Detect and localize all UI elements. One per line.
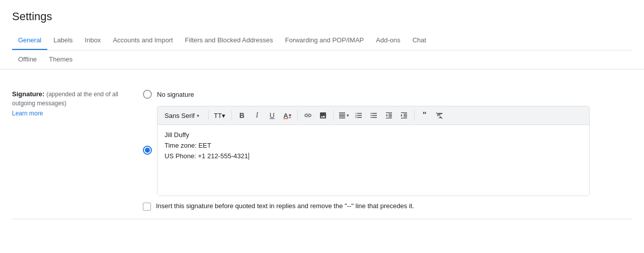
indent-more-icon	[400, 111, 408, 119]
insert-sig-row: Insert this signature before quoted text…	[143, 202, 576, 211]
insert-sig-label: Insert this signature before quoted text…	[156, 202, 414, 210]
text-color-chevron-icon: ▾	[289, 113, 291, 118]
font-chevron-icon: ▾	[197, 113, 199, 118]
quote-button[interactable]: "	[418, 108, 432, 122]
tab-forwarding[interactable]: Forwarding and POP/IMAP	[279, 31, 370, 50]
underline-button[interactable]: U	[265, 108, 279, 122]
tab-inbox[interactable]: Inbox	[79, 31, 107, 50]
tab-addons[interactable]: Add-ons	[370, 31, 406, 50]
no-signature-option[interactable]: No signature	[143, 90, 632, 99]
text-cursor	[249, 153, 249, 160]
signature-setting-row: Signature: (appended at the end of all o…	[12, 82, 632, 219]
remove-format-button[interactable]	[433, 108, 447, 122]
italic-button[interactable]: I	[250, 108, 264, 122]
remove-format-icon	[436, 111, 444, 119]
align-icon	[338, 111, 346, 119]
tab-general[interactable]: General	[12, 31, 47, 50]
image-icon	[319, 111, 327, 119]
ordered-list-icon	[355, 111, 363, 119]
tab-accounts-import[interactable]: Accounts and Import	[107, 31, 179, 50]
signature-toolbar: Sans Serif ▾ TT ▾ B I U A	[157, 106, 589, 125]
signature-editor-wrapper: Sans Serif ▾ TT ▾ B I U A	[157, 106, 590, 196]
signature-editor-radio[interactable]	[143, 146, 152, 155]
secondary-tabs: Offline Themes	[0, 50, 644, 70]
font-name: Sans Serif	[165, 112, 195, 119]
signature-label-title: Signature:	[12, 90, 44, 98]
align-chevron-icon: ▾	[347, 113, 349, 118]
toolbar-sep-3	[297, 110, 298, 120]
signature-body[interactable]: Jill Duffy Time zone: EET US Phone: +1 2…	[157, 125, 589, 196]
toolbar-sep-5	[414, 110, 415, 120]
unordered-list-icon	[370, 111, 378, 119]
text-color-icon: A	[283, 112, 288, 119]
link-button[interactable]	[301, 108, 315, 122]
toolbar-sep-2	[231, 110, 232, 120]
no-signature-radio[interactable]	[143, 90, 152, 99]
tab-themes[interactable]: Themes	[43, 50, 78, 70]
tab-offline[interactable]: Offline	[12, 50, 43, 70]
no-signature-label: No signature	[157, 91, 194, 98]
signature-line-1: Jill Duffy	[165, 130, 582, 141]
signature-line-3: US Phone: +1 212-555-4321	[165, 151, 582, 162]
indent-less-button[interactable]	[382, 108, 396, 122]
tab-chat[interactable]: Chat	[407, 31, 432, 50]
align-button[interactable]: ▾	[337, 108, 351, 122]
signature-line-2: Time zone: EET	[165, 141, 582, 151]
page-title: Settings	[12, 10, 632, 23]
font-size-selector[interactable]: TT ▾	[212, 110, 227, 121]
signature-control: No signature Sans Serif ▾ TT ▾	[143, 90, 632, 211]
tab-filters-blocked[interactable]: Filters and Blocked Addresses	[179, 31, 279, 50]
primary-tabs: General Labels Inbox Accounts and Import…	[12, 31, 632, 50]
image-button[interactable]	[316, 108, 330, 122]
signature-label: Signature: (appended at the end of all o…	[12, 90, 143, 117]
unordered-list-button[interactable]	[367, 108, 381, 122]
size-chevron-icon: ▾	[222, 112, 225, 119]
bold-button[interactable]: B	[235, 108, 249, 122]
learn-more-link[interactable]: Learn more	[12, 110, 131, 117]
insert-sig-checkbox[interactable]	[143, 203, 151, 211]
tab-labels[interactable]: Labels	[47, 31, 78, 50]
indent-more-button[interactable]	[397, 108, 411, 122]
size-icon: TT	[214, 112, 222, 119]
signature-editor-option[interactable]: Sans Serif ▾ TT ▾ B I U A	[143, 104, 632, 196]
toolbar-sep-1	[208, 110, 209, 120]
font-selector[interactable]: Sans Serif ▾	[162, 110, 202, 121]
ordered-list-button[interactable]	[352, 108, 366, 122]
toolbar-sep-4	[333, 110, 334, 120]
indent-less-icon	[385, 111, 393, 119]
text-color-button[interactable]: A ▾	[280, 108, 294, 122]
link-icon	[304, 111, 312, 119]
